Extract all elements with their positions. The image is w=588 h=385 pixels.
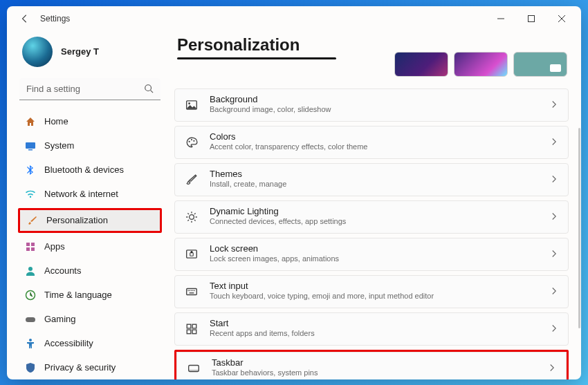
svg-point-8	[28, 267, 33, 271]
system-icon	[25, 140, 36, 151]
item-subtitle: Lock screen images, apps, animations	[210, 254, 539, 264]
item-title: Themes	[210, 169, 539, 180]
theme-thumbnail[interactable]	[454, 52, 508, 77]
close-icon	[558, 15, 565, 22]
svg-rect-2	[26, 142, 35, 149]
wifi-icon	[25, 189, 36, 200]
svg-point-1	[145, 84, 151, 91]
item-title: Text input	[210, 281, 539, 292]
sidebar-item-system[interactable]: System	[18, 134, 162, 158]
sidebar-item-privacy[interactable]: Privacy & security	[18, 356, 162, 379]
arrow-left-icon	[20, 14, 30, 24]
highlight-personalization: Personalization	[18, 208, 162, 233]
paintbrush-icon	[27, 215, 38, 226]
maximize-button[interactable]	[516, 8, 546, 29]
item-subtitle: Taskbar behaviors, system pins	[212, 368, 537, 378]
item-title: Taskbar	[212, 358, 537, 368]
gamepad-icon	[25, 314, 36, 325]
svg-point-14	[189, 140, 190, 142]
svg-rect-22	[190, 290, 190, 290]
titlebar: Settings	[7, 6, 581, 31]
back-button[interactable]	[15, 9, 35, 28]
main-panel: Personalization BackgroundBackground ima…	[167, 31, 581, 379]
shield-icon	[25, 362, 36, 373]
item-subtitle: Touch keyboard, voice typing, emoji and …	[210, 292, 539, 301]
minimize-icon	[497, 15, 504, 22]
accessibility-icon	[25, 338, 36, 349]
svg-point-17	[190, 214, 194, 219]
sidebar-item-label: Privacy & security	[44, 362, 116, 373]
svg-rect-30	[192, 330, 196, 334]
svg-rect-29	[187, 330, 191, 334]
sidebar-item-accessibility[interactable]: Accessibility	[18, 332, 162, 355]
user-name: Sergey T	[61, 46, 99, 57]
avatar	[22, 37, 53, 67]
sidebar-item-label: Personalization	[46, 215, 108, 225]
svg-rect-21	[187, 290, 188, 290]
maximize-icon	[528, 15, 535, 22]
item-text-input[interactable]: Text inputTouch keyboard, voice typing, …	[174, 275, 569, 308]
item-lock-screen[interactable]: Lock screenLock screen images, apps, ani…	[174, 238, 569, 271]
bluetooth-icon	[25, 165, 36, 176]
user-block[interactable]: Sergey T	[18, 31, 162, 77]
content-area: Sergey T Home System Blu	[7, 31, 581, 379]
svg-rect-26	[190, 292, 194, 293]
item-taskbar[interactable]: TaskbarTaskbar behaviors, system pins	[176, 352, 567, 379]
sidebar: Sergey T Home System Blu	[7, 31, 167, 379]
palette-icon	[185, 135, 199, 149]
title-underline	[177, 57, 336, 59]
window-title: Settings	[40, 14, 70, 24]
theme-thumbnail[interactable]	[394, 52, 448, 77]
sidebar-item-time[interactable]: Time & language	[18, 283, 162, 307]
sidebar-item-label: Time & language	[44, 290, 112, 300]
lock-screen-icon	[185, 247, 199, 261]
chevron-right-icon	[548, 362, 556, 375]
svg-rect-20	[187, 288, 197, 294]
item-dynamic-lighting[interactable]: Dynamic LightingConnected devices, effec…	[174, 200, 569, 234]
start-icon	[185, 322, 199, 336]
svg-rect-19	[190, 252, 194, 256]
sidebar-item-label: Gaming	[44, 314, 76, 324]
svg-rect-0	[529, 15, 535, 21]
close-button[interactable]	[546, 8, 577, 29]
item-background[interactable]: BackgroundBackground image, color, slide…	[174, 88, 569, 122]
sidebar-item-label: Home	[44, 116, 68, 126]
item-themes[interactable]: ThemesInstall, create, manage	[174, 163, 569, 196]
svg-point-16	[193, 140, 194, 141]
sidebar-item-accounts[interactable]: Accounts	[18, 259, 162, 283]
sidebar-item-bluetooth[interactable]: Bluetooth & devices	[18, 158, 162, 182]
sidebar-item-label: Accessibility	[44, 338, 93, 348]
item-title: Start	[210, 319, 539, 329]
person-icon	[25, 265, 36, 276]
chevron-right-icon	[550, 248, 558, 261]
sidebar-item-gaming[interactable]: Gaming	[18, 308, 162, 331]
minimize-button[interactable]	[486, 8, 516, 29]
sidebar-item-network[interactable]: Network & internet	[18, 182, 162, 206]
sidebar-nav: Home System Bluetooth & devices Network …	[18, 110, 162, 379]
sidebar-item-label: Bluetooth & devices	[44, 165, 124, 175]
scrollbar[interactable]	[578, 128, 580, 328]
item-subtitle: Install, create, manage	[210, 180, 539, 189]
highlight-taskbar: TaskbarTaskbar behaviors, system pins	[174, 350, 569, 379]
search-box	[19, 78, 160, 100]
home-icon	[25, 116, 36, 127]
svg-rect-6	[26, 247, 30, 251]
sidebar-item-home[interactable]: Home	[18, 110, 162, 133]
svg-rect-7	[31, 247, 35, 251]
brush-icon	[185, 173, 199, 187]
svg-rect-32	[189, 369, 199, 371]
item-start[interactable]: StartRecent apps and items, folders	[174, 312, 569, 346]
svg-rect-24	[192, 290, 193, 290]
search-input[interactable]	[19, 78, 160, 100]
sidebar-item-label: System	[44, 140, 74, 151]
item-subtitle: Background image, color, slideshow	[210, 105, 539, 115]
sidebar-item-apps[interactable]: Apps	[18, 235, 162, 259]
theme-thumbnail[interactable]	[513, 52, 567, 77]
chevron-right-icon	[550, 323, 558, 335]
brightness-icon	[185, 210, 199, 224]
sidebar-item-personalization[interactable]: Personalization	[20, 210, 160, 231]
item-title: Lock screen	[210, 244, 539, 254]
item-subtitle: Recent apps and items, folders	[210, 329, 539, 339]
svg-point-13	[188, 102, 190, 104]
item-colors[interactable]: ColorsAccent color, transparency effects…	[174, 126, 569, 159]
